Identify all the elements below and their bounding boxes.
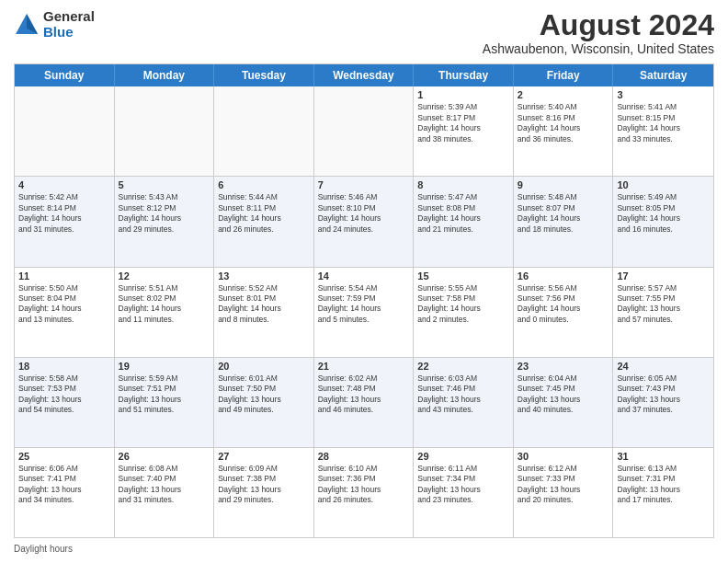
cell-line: Daylight: 13 hours bbox=[18, 485, 110, 495]
cell-line: Sunrise: 6:04 AM bbox=[518, 373, 609, 384]
cell-line: Daylight: 13 hours bbox=[18, 395, 110, 405]
cell-line: and 21 minutes. bbox=[417, 224, 509, 235]
cal-cell: 31Sunrise: 6:13 AMSunset: 7:31 PMDayligh… bbox=[613, 448, 713, 537]
cell-line: Sunset: 8:16 PM bbox=[518, 113, 609, 123]
cell-line: Sunset: 7:48 PM bbox=[318, 384, 410, 394]
cell-line: Sunrise: 5:42 AM bbox=[18, 192, 110, 202]
cell-line: Sunset: 8:08 PM bbox=[417, 203, 509, 213]
cell-line: Sunrise: 5:58 AM bbox=[18, 373, 110, 384]
cal-cell: 2Sunrise: 5:40 AMSunset: 8:16 PMDaylight… bbox=[514, 86, 614, 176]
cell-line: Sunrise: 5:46 AM bbox=[318, 192, 410, 202]
cal-week-2: 4Sunrise: 5:42 AMSunset: 8:14 PMDaylight… bbox=[15, 177, 713, 267]
day-number: 9 bbox=[518, 179, 609, 190]
cell-line: and 31 minutes. bbox=[18, 224, 110, 235]
cal-cell: 8Sunrise: 5:47 AMSunset: 8:08 PMDaylight… bbox=[414, 177, 514, 266]
cell-line: and 57 minutes. bbox=[617, 315, 710, 325]
cell-line: Daylight: 14 hours bbox=[218, 213, 310, 224]
cal-cell bbox=[314, 86, 415, 176]
cell-line: Sunset: 7:59 PM bbox=[318, 293, 410, 304]
day-number: 23 bbox=[518, 361, 609, 372]
cell-line: and 38 minutes. bbox=[417, 134, 509, 144]
cal-cell: 3Sunrise: 5:41 AMSunset: 8:15 PMDaylight… bbox=[613, 86, 713, 176]
cal-cell: 23Sunrise: 6:04 AMSunset: 7:45 PMDayligh… bbox=[514, 358, 614, 447]
footer: Daylight hours bbox=[14, 544, 714, 554]
cell-line: Sunrise: 6:09 AM bbox=[218, 464, 310, 474]
cal-header-wednesday: Wednesday bbox=[314, 64, 415, 86]
cell-line: and 40 minutes. bbox=[518, 405, 609, 415]
cell-line: and 26 minutes. bbox=[318, 495, 410, 505]
cell-line: Daylight: 14 hours bbox=[218, 304, 310, 314]
day-number: 29 bbox=[417, 451, 509, 462]
day-number: 17 bbox=[617, 270, 710, 282]
cal-cell: 11Sunrise: 5:50 AMSunset: 8:04 PMDayligh… bbox=[15, 268, 115, 357]
cell-line: Sunrise: 6:13 AM bbox=[617, 464, 710, 474]
logo: General Blue bbox=[14, 9, 95, 40]
cell-line: Sunset: 8:11 PM bbox=[218, 203, 310, 213]
day-number: 3 bbox=[617, 89, 710, 100]
day-number: 27 bbox=[218, 451, 310, 462]
cell-line: and 16 minutes. bbox=[617, 224, 710, 235]
cell-line: Sunrise: 5:50 AM bbox=[18, 283, 110, 293]
cal-cell: 22Sunrise: 6:03 AMSunset: 7:46 PMDayligh… bbox=[414, 358, 514, 447]
header: General Blue August 2024 Ashwaubenon, Wi… bbox=[14, 9, 714, 56]
cell-line: Sunset: 7:38 PM bbox=[218, 474, 310, 484]
cell-line: Sunrise: 6:12 AM bbox=[518, 464, 609, 474]
cell-line: and 26 minutes. bbox=[218, 224, 310, 235]
logo-icon bbox=[14, 12, 40, 38]
cell-line: Daylight: 13 hours bbox=[617, 485, 710, 495]
cell-line: Daylight: 13 hours bbox=[218, 485, 310, 495]
cell-line: Daylight: 14 hours bbox=[318, 213, 410, 224]
cell-line: Sunrise: 5:55 AM bbox=[417, 283, 509, 293]
cell-line: Daylight: 14 hours bbox=[18, 213, 110, 224]
day-number: 4 bbox=[18, 179, 110, 190]
cal-header-friday: Friday bbox=[514, 64, 614, 86]
cell-line: and 29 minutes. bbox=[218, 495, 310, 505]
logo-general-text: General bbox=[43, 9, 95, 25]
cell-line: Daylight: 13 hours bbox=[617, 304, 710, 314]
cell-line: and 43 minutes. bbox=[417, 405, 509, 415]
cal-cell bbox=[15, 86, 115, 176]
cell-line: Sunset: 8:05 PM bbox=[617, 203, 710, 213]
cell-line: Sunrise: 5:57 AM bbox=[617, 283, 710, 293]
subtitle: Ashwaubenon, Wisconsin, United States bbox=[483, 41, 714, 56]
cell-line: Sunrise: 5:44 AM bbox=[218, 192, 310, 202]
cell-line: and 17 minutes. bbox=[617, 495, 710, 505]
cell-line: Sunrise: 6:01 AM bbox=[218, 373, 310, 384]
day-number: 10 bbox=[617, 179, 710, 190]
day-number: 11 bbox=[18, 270, 110, 282]
cell-line: Sunset: 7:43 PM bbox=[617, 384, 710, 394]
day-number: 15 bbox=[417, 270, 509, 282]
cell-line: and 2 minutes. bbox=[417, 315, 509, 325]
day-number: 20 bbox=[218, 361, 310, 372]
cell-line: Sunset: 7:40 PM bbox=[119, 474, 210, 484]
day-number: 24 bbox=[617, 361, 710, 372]
cal-cell: 15Sunrise: 5:55 AMSunset: 7:58 PMDayligh… bbox=[414, 268, 514, 357]
day-number: 18 bbox=[18, 361, 110, 372]
day-number: 2 bbox=[518, 89, 609, 100]
cell-line: Daylight: 14 hours bbox=[617, 123, 710, 133]
cell-line: Sunset: 8:02 PM bbox=[119, 293, 210, 304]
cell-line: Daylight: 14 hours bbox=[18, 304, 110, 314]
cell-line: Sunrise: 6:03 AM bbox=[417, 373, 509, 384]
cell-line: Sunset: 8:07 PM bbox=[518, 203, 609, 213]
cell-line: Daylight: 14 hours bbox=[417, 304, 509, 314]
cell-line: Sunset: 8:15 PM bbox=[617, 113, 710, 123]
day-number: 16 bbox=[518, 270, 609, 282]
cal-cell: 24Sunrise: 6:05 AMSunset: 7:43 PMDayligh… bbox=[613, 358, 713, 447]
cell-line: Daylight: 14 hours bbox=[417, 123, 509, 133]
calendar-body: 1Sunrise: 5:39 AMSunset: 8:17 PMDaylight… bbox=[15, 86, 713, 537]
cell-line: Sunset: 7:56 PM bbox=[518, 293, 609, 304]
cal-cell: 1Sunrise: 5:39 AMSunset: 8:17 PMDaylight… bbox=[414, 86, 514, 176]
cell-line: and 20 minutes. bbox=[518, 495, 609, 505]
cell-line: and 11 minutes. bbox=[119, 315, 210, 325]
cell-line: Daylight: 13 hours bbox=[218, 395, 310, 405]
cal-cell: 7Sunrise: 5:46 AMSunset: 8:10 PMDaylight… bbox=[314, 177, 415, 266]
day-number: 14 bbox=[318, 270, 410, 282]
cell-line: Sunrise: 6:10 AM bbox=[318, 464, 410, 474]
day-number: 26 bbox=[119, 451, 210, 462]
cell-line: Sunset: 8:01 PM bbox=[218, 293, 310, 304]
cal-cell: 16Sunrise: 5:56 AMSunset: 7:56 PMDayligh… bbox=[514, 268, 614, 357]
cal-cell: 25Sunrise: 6:06 AMSunset: 7:41 PMDayligh… bbox=[15, 448, 115, 537]
cal-cell: 12Sunrise: 5:51 AMSunset: 8:02 PMDayligh… bbox=[115, 268, 215, 357]
day-number: 7 bbox=[318, 179, 410, 190]
